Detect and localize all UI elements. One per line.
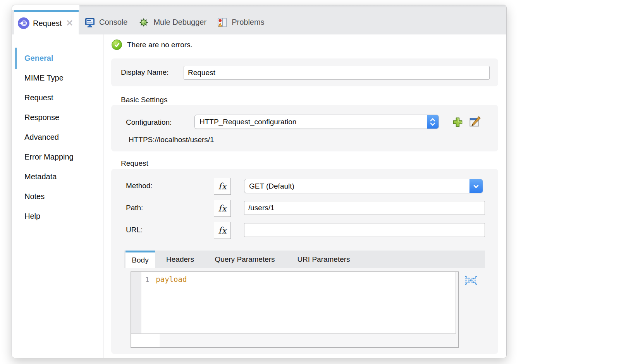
tabbar-top-gap [12, 5, 79, 10]
url-label: URL: [126, 226, 143, 234]
configuration-value: HTTP_Request_configuration [195, 118, 427, 126]
sidebar-item-error-mapping[interactable]: Error Mapping [12, 147, 103, 167]
success-check-icon [112, 39, 122, 50]
tab-mule-debugger[interactable]: Mule Debugger [138, 16, 206, 29]
chevron-down-icon [469, 179, 483, 193]
display-name-panel: Display Name: [111, 58, 498, 86]
close-icon[interactable]: ✕ [66, 19, 73, 27]
request-subtabs: Body Headers Query Parameters URI Parame… [124, 251, 485, 268]
status-row: There are no errors. [112, 39, 193, 50]
basic-settings-panel: Configuration: HTTP_Request_configuratio… [111, 105, 498, 151]
subtab-body[interactable]: Body [126, 251, 155, 268]
add-configuration-button[interactable] [452, 116, 464, 128]
sidebar: General MIME Type Request Response Advan… [12, 34, 103, 358]
editor-gutter [131, 272, 141, 333]
http-request-globe-icon [18, 17, 29, 29]
tab-console[interactable]: Console [84, 17, 127, 28]
sidebar-item-label: Response [24, 113, 59, 122]
editor-canvas[interactable]: 1 payload [131, 272, 456, 334]
path-label: Path: [126, 204, 143, 212]
status-message: There are no errors. [127, 41, 193, 49]
method-value: GET (Default) [244, 182, 469, 191]
request-heading: Request [121, 159, 148, 168]
sidebar-item-label: Notes [24, 192, 45, 201]
method-select[interactable]: GET (Default) [244, 179, 483, 193]
line-number: 1 [145, 276, 149, 283]
sidebar-item-advanced[interactable]: Advanced [12, 127, 103, 147]
console-icon [84, 17, 96, 28]
request-panel: Method: fx GET (Default) Path: fx URL: f… [111, 169, 498, 354]
subtab-uri-parameters[interactable]: URI Parameters [290, 251, 358, 268]
editor-bottom-corner [131, 334, 160, 347]
display-name-label: Display Name: [121, 68, 169, 77]
tab-problems[interactable]: Problems [217, 17, 264, 28]
sidebar-item-label: General [24, 54, 53, 63]
sidebar-item-notes[interactable]: Notes [12, 187, 103, 206]
path-input[interactable] [244, 201, 485, 215]
properties-content: General MIME Type Request Response Advan… [12, 34, 506, 358]
stepper-arrows-icon [427, 115, 438, 129]
tab-console-label: Console [99, 18, 127, 27]
sidebar-item-response[interactable]: Response [12, 108, 103, 127]
view-tabs: Console Mule [84, 10, 265, 34]
tab-mule-debugger-label: Mule Debugger [153, 18, 206, 27]
sidebar-item-label: MIME Type [24, 74, 64, 82]
dataweave-icon[interactable] [464, 273, 478, 287]
fx-expression-button-path[interactable]: fx [214, 200, 231, 217]
sidebar-item-label: Metadata [24, 172, 57, 181]
properties-window: Request ✕ Console [12, 5, 507, 358]
display-name-input[interactable] [184, 66, 490, 80]
code-line: 1 payload [141, 275, 187, 283]
url-input[interactable] [244, 223, 485, 237]
tab-request-label: Request [33, 19, 62, 28]
bug-icon [138, 16, 150, 29]
tab-request[interactable]: Request ✕ [14, 10, 79, 34]
fx-expression-button-method[interactable]: fx [214, 178, 231, 195]
sidebar-item-metadata[interactable]: Metadata [12, 167, 103, 187]
sidebar-item-request[interactable]: Request [12, 88, 103, 108]
active-indicator [15, 48, 17, 69]
subtab-query-parameters[interactable]: Query Parameters [206, 251, 284, 268]
problems-icon [217, 17, 228, 28]
edit-configuration-button[interactable] [469, 116, 481, 128]
configuration-url-preview: HTTPS://localhost/users/1 [129, 136, 214, 144]
fx-expression-button-url[interactable]: fx [214, 222, 231, 239]
sidebar-item-mime-type[interactable]: MIME Type [12, 68, 103, 88]
general-pane: There are no errors. Display Name: Basic… [104, 34, 506, 358]
sidebar-item-label: Help [24, 212, 40, 221]
sidebar-item-general[interactable]: General [12, 48, 103, 68]
sidebar-item-label: Request [24, 93, 53, 102]
subtab-headers[interactable]: Headers [161, 251, 199, 268]
method-label: Method: [126, 182, 153, 190]
sidebar-item-help[interactable]: Help [12, 206, 103, 226]
sidebar-item-label: Error Mapping [24, 153, 74, 161]
body-expression-editor[interactable]: 1 payload [131, 271, 459, 348]
sidebar-item-label: Advanced [24, 133, 59, 142]
configuration-label: Configuration: [126, 118, 172, 127]
configuration-select[interactable]: HTTP_Request_configuration [194, 115, 439, 129]
tab-problems-label: Problems [232, 18, 264, 27]
editor-tabbar: Request ✕ Console [12, 5, 506, 34]
code-payload: payload [156, 275, 187, 283]
basic-settings-heading: Basic Settings [121, 96, 167, 104]
